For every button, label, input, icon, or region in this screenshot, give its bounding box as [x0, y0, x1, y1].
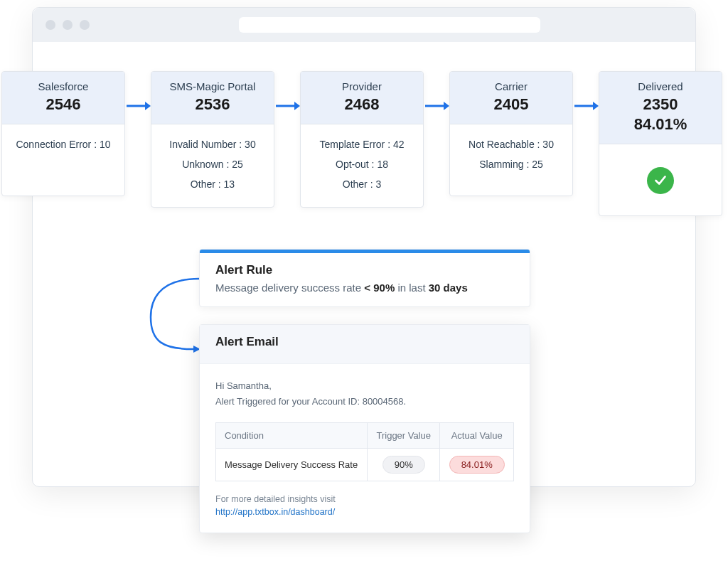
error-line: Not Reachable : 30: [456, 134, 567, 154]
check-circle-icon: [647, 167, 674, 194]
email-body-text: Hi Samantha, Alert Triggered for your Ac…: [215, 378, 514, 410]
cell-condition: Message Delivery Success Rate: [216, 449, 368, 481]
error-line: Slamming : 25: [456, 154, 567, 174]
alert-rule-card: Alert Rule Message delivery success rate…: [199, 249, 530, 307]
url-bar: [239, 17, 540, 33]
stage-title: SMS-Magic Portal: [157, 80, 268, 92]
flow-arrow-icon: [125, 88, 151, 124]
table-row: Message Delivery Success Rate 90% 84.01%: [216, 449, 514, 481]
stage-header: Provider 2468: [301, 72, 423, 124]
alert-rule-title: Alert Rule: [215, 263, 514, 277]
window-dot: [80, 20, 90, 30]
flow-arrow-icon: [573, 88, 599, 124]
trigger-value-pill: 90%: [382, 456, 425, 474]
stage-sms-magic-portal: SMS-Magic Portal 2536 Invalid Number : 3…: [151, 71, 274, 208]
table-header-condition: Condition: [216, 423, 368, 449]
email-greeting: Hi Samantha,: [215, 378, 514, 394]
email-alert-line: Alert Triggered for your Account ID: 800…: [215, 394, 514, 410]
stage-title: Carrier: [456, 80, 567, 92]
table-header-actual: Actual Value: [440, 423, 514, 449]
dashboard-link[interactable]: http://app.txtbox.in/dashboard/: [215, 507, 514, 517]
stage-errors: Invalid Number : 30 Unknown : 25 Other :…: [151, 124, 274, 207]
alert-email-header: Alert Email: [200, 325, 530, 364]
flow-arrow-icon: [424, 88, 449, 124]
stage-title: Salesforce: [8, 80, 119, 92]
svg-marker-7: [593, 102, 599, 110]
stage-carrier: Carrier 2405 Not Reachable : 30 Slamming…: [449, 71, 573, 196]
error-line: Template Error : 42: [306, 134, 417, 154]
email-footer-text: For more detailed insights visit: [215, 494, 514, 504]
delivery-funnel: Salesforce 2546 Connection Error : 10 SM…: [1, 71, 727, 216]
error-line: Other : 3: [306, 174, 417, 194]
rule-prefix: Message delivery success rate: [215, 282, 364, 294]
stage-errors: Connection Error : 10: [2, 124, 124, 196]
stage-header: Salesforce 2546: [2, 72, 124, 124]
window-dot: [63, 20, 73, 30]
rule-mid: in last: [395, 282, 429, 294]
stage-count: 2405: [456, 95, 567, 114]
alert-rule-text: Message delivery success rate < 90% in l…: [215, 282, 514, 294]
error-line: Other : 13: [157, 174, 268, 194]
stage-delivered: Delivered 2350 84.01%: [599, 71, 722, 216]
error-line: Connection Error : 10: [8, 134, 119, 154]
stage-header: Delivered 2350 84.01%: [599, 72, 722, 144]
stage-title: Delivered: [605, 80, 716, 92]
stage-count: 2546: [8, 95, 119, 114]
stage-success: [599, 144, 722, 215]
alert-email-title: Alert Email: [215, 335, 514, 349]
flow-arrow-icon: [274, 88, 300, 124]
connector-arrow-icon: [142, 274, 206, 367]
rule-window: 30 days: [429, 282, 468, 294]
rule-threshold: < 90%: [364, 282, 395, 294]
alert-email-card: Alert Email Hi Samantha, Alert Triggered…: [199, 324, 530, 533]
window-dot: [46, 20, 55, 30]
browser-toolbar: [33, 8, 695, 42]
error-line: Opt-out : 18: [306, 154, 417, 174]
svg-marker-3: [294, 102, 300, 110]
stage-salesforce: Salesforce 2546 Connection Error : 10: [1, 71, 125, 196]
stage-provider: Provider 2468 Template Error : 42 Opt-ou…: [300, 71, 424, 208]
cell-trigger-value: 90%: [368, 449, 440, 481]
stage-errors: Template Error : 42 Opt-out : 18 Other :…: [301, 124, 423, 207]
stage-title: Provider: [306, 80, 417, 92]
stage-errors: Not Reachable : 30 Slamming : 25: [450, 124, 572, 196]
stage-header: Carrier 2405: [450, 72, 572, 124]
stage-count: 2536: [157, 95, 268, 114]
svg-marker-1: [145, 102, 151, 110]
stage-count: 2468: [306, 95, 417, 114]
stage-header: SMS-Magic Portal 2536: [151, 72, 274, 124]
stage-percentage: 84.01%: [605, 115, 716, 134]
svg-marker-5: [444, 102, 449, 110]
stage-count: 2350: [605, 95, 716, 114]
error-line: Unknown : 25: [157, 154, 268, 174]
table-header-trigger: Trigger Value: [368, 423, 440, 449]
actual-value-pill: 84.01%: [449, 456, 505, 474]
alert-table: Condition Trigger Value Actual Value Mes…: [215, 422, 514, 481]
cell-actual-value: 84.01%: [440, 449, 514, 481]
error-line: Invalid Number : 30: [157, 134, 268, 154]
